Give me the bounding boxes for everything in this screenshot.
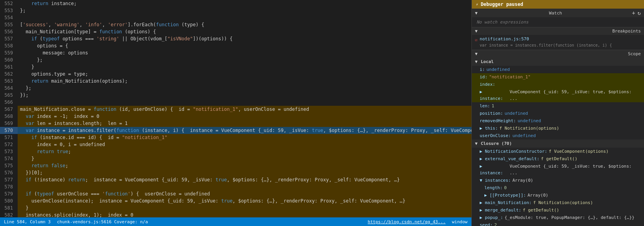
breakpoints-section: ▼ Breakpoints ☑ notification.js:570 var …: [472, 27, 644, 50]
scope-item: removedHeight: undefined: [472, 117, 644, 125]
scope-item[interactable]: ▶ merge_default: f getDefault(): [472, 206, 644, 214]
bp-details: notification.js:570 var instance = insta…: [480, 36, 612, 49]
code-content: };: [18, 56, 471, 63]
scope-section: ▼ Scope ▼Locali: undefinedid: "notificat…: [472, 50, 644, 226]
line-number: 566: [0, 99, 18, 106]
scope-item[interactable]: ▶ this: f Notification(options): [472, 125, 644, 132]
table-row: 560 };: [0, 56, 471, 63]
table-row: 573 return true;: [0, 148, 471, 155]
table-row: 552 return instance;: [0, 0, 471, 7]
code-content: };: [18, 85, 471, 92]
scope-item[interactable]: ▶ main_Notification: f Notification(opti…: [472, 199, 644, 206]
watch-header[interactable]: ▼ Watch + ↻: [472, 9, 644, 17]
line-number: 564: [0, 85, 18, 92]
scope-tree: ▼Locali: undefinedid: "notification_1"in…: [472, 58, 644, 226]
line-number: 568: [0, 113, 18, 120]
scope-section-header[interactable]: ▼Closure (70): [472, 139, 644, 148]
table-row: 558 options = {: [0, 42, 471, 49]
scope-item[interactable]: ▶ external_vue_default: f getDefault(): [472, 155, 644, 163]
line-number: 552: [0, 0, 18, 7]
watch-empty: No watch expressions: [472, 17, 644, 27]
line-number: 580: [0, 197, 18, 204]
breakpoints-header[interactable]: ▼ Breakpoints: [472, 27, 644, 35]
code-content: [18, 14, 471, 21]
code-content: [18, 99, 471, 106]
line-number: 572: [0, 141, 18, 148]
table-row: 566: [0, 99, 471, 106]
table-row: 559 message: options: [0, 49, 471, 56]
scope-item[interactable]: ▶ instance: VueComponent {_uid: 59, _isV…: [472, 88, 644, 102]
bp-checkbox[interactable]: ☑: [475, 37, 477, 43]
code-content: if (typeof userOnClose === 'function') {…: [18, 190, 471, 197]
code-table: 552 return instance;553};554555['success…: [0, 0, 471, 217]
table-row: 561 }: [0, 63, 471, 71]
scope-item: len: 1: [472, 102, 644, 110]
scope-item: userOnClose: undefined: [472, 132, 644, 139]
table-row: 562 options.type = type;: [0, 71, 471, 78]
bp-file: notification.js:570: [480, 36, 612, 42]
table-row: 577 if (!instance) return; instance = Vu…: [0, 176, 471, 183]
line-number: 559: [0, 49, 18, 56]
scope-item: id: "notification_1": [472, 73, 644, 81]
table-row: 572 index = 0, i = undefined: [0, 141, 471, 148]
scope-label: Scope: [628, 51, 641, 56]
status-right: https://blog.csdn.net/qq_43... window: [368, 219, 468, 224]
debugger-header: Debugger paused: [472, 0, 644, 9]
code-content: }: [18, 155, 471, 162]
scope-item[interactable]: ▶ NotificationConstructor: f VueComponen…: [472, 148, 644, 155]
table-row: 563 return main_Notification(options);: [0, 78, 471, 85]
line-number: 565: [0, 92, 18, 99]
debug-panel: Debugger paused ▼ Watch + ↻ No watch exp…: [471, 0, 644, 226]
code-content: if (instance.id === id) { id = "notifica…: [18, 134, 471, 141]
scope-item: length: 0: [472, 184, 644, 192]
line-number: 562: [0, 71, 18, 78]
line-number: 570: [0, 127, 18, 134]
scope-arrow: ▼: [475, 51, 478, 56]
line-number: 567: [0, 106, 18, 113]
watch-actions: + ↻: [632, 10, 641, 16]
window-label: window: [452, 219, 468, 224]
line-number: 574: [0, 155, 18, 162]
code-content: options.type = type;: [18, 71, 471, 78]
scope-item[interactable]: ▶ popup_: {_esModule: true, PopupManager…: [472, 214, 644, 221]
code-content: }: [18, 63, 471, 71]
code-content: return main_Notification(options);: [18, 78, 471, 85]
code-container[interactable]: 552 return instance;553};554555['success…: [0, 0, 471, 217]
line-number: 555: [0, 21, 18, 28]
line-number: 557: [0, 35, 18, 42]
code-content: [18, 183, 471, 190]
code-content: return true;: [18, 148, 471, 155]
table-row: 557 if (typeof options === 'string' || O…: [0, 35, 471, 42]
table-row: 567main_Notification.close = function (i…: [0, 106, 471, 113]
scope-container[interactable]: ▼Locali: undefinedid: "notification_1"in…: [472, 58, 644, 226]
watch-label: Watch: [549, 11, 562, 16]
bp-code: var instance = instances.filter(function…: [480, 42, 612, 49]
add-watch-button[interactable]: +: [632, 10, 635, 16]
cursor-position: Line 584, Column 3: [4, 219, 51, 224]
line-number: 573: [0, 148, 18, 155]
scope-header[interactable]: ▼ Scope: [472, 50, 644, 58]
code-content: var index = -1; index = 0: [18, 113, 471, 120]
scope-section-header[interactable]: ▼Local: [472, 58, 644, 66]
scope-item: position: undefined: [472, 110, 644, 117]
code-content: main_Notification[type] = function (opti…: [18, 28, 471, 35]
line-number: 575: [0, 162, 18, 169]
line-number: 576: [0, 169, 18, 176]
table-row: 564 };: [0, 85, 471, 92]
table-row: 554: [0, 14, 471, 21]
table-row: 574 }: [0, 155, 471, 162]
breakpoint-item[interactable]: ☑ notification.js:570 var instance = ins…: [472, 35, 644, 50]
scope-item[interactable]: ▼ instances: Array(0): [472, 177, 644, 184]
code-content: }: [18, 204, 471, 212]
scope-item[interactable]: ▶ [[Prototype]]: Array(0): [472, 192, 644, 199]
scope-item[interactable]: ▶ instance: VueComponent {_uid: 59, _isV…: [472, 163, 644, 177]
code-content: index = 0, i = undefined: [18, 141, 471, 148]
code-content: };: [18, 7, 471, 14]
refresh-watch-button[interactable]: ↻: [638, 10, 641, 16]
scope-item: index:: [472, 81, 644, 88]
table-row: 580 userOnClose(instance); instance = Vu…: [0, 197, 471, 204]
table-row: 568 var index = -1; index = 0: [0, 113, 471, 120]
code-content: return instance;: [18, 0, 471, 7]
line-number: 561: [0, 63, 18, 71]
scope-item: i: undefined: [472, 66, 644, 73]
